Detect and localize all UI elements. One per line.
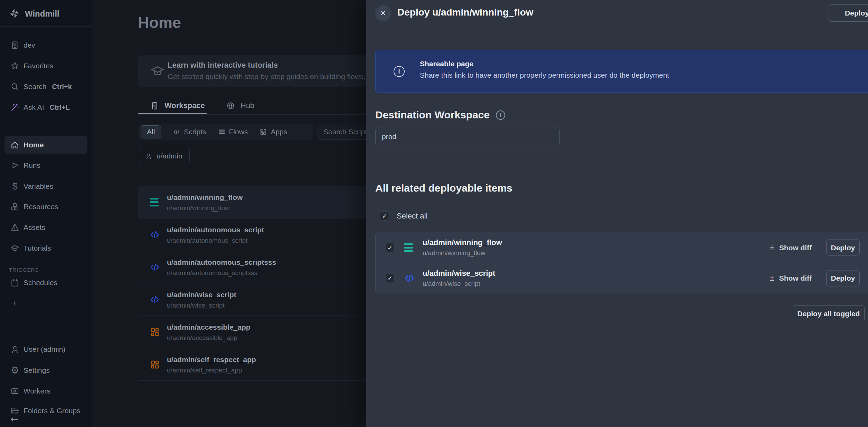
deployable-item-row: u/admin/winning_flow u/admin/winning_flo… (376, 232, 868, 263)
sidebar-item-workers[interactable]: Workers (0, 381, 92, 401)
cubes-icon (10, 202, 19, 211)
tutorials-banner-title: Learn with interactive tutorials (168, 61, 278, 70)
deploy-all-button[interactable]: Deploy All (829, 4, 868, 22)
sidebar-item-workspace-dev[interactable]: dev (0, 35, 92, 56)
script-code-icon (150, 262, 160, 272)
type-filter-bar: All Scripts Flows (138, 124, 313, 140)
app-title: Windmill (25, 9, 59, 19)
item-checkbox[interactable] (385, 243, 395, 252)
sidebar-item-runs[interactable]: Runs (0, 155, 92, 176)
deploy-item-button[interactable]: Deploy (826, 270, 860, 286)
tab-hub[interactable]: Hub (226, 98, 254, 114)
app-grid-icon (150, 327, 160, 337)
script-code-icon (150, 230, 160, 240)
sidebar-item-label: Workers (23, 387, 50, 395)
shortcut-badge: Ctrl+L (50, 104, 70, 111)
sidebar-item-assets[interactable]: Assets (0, 217, 92, 238)
app-logo-row[interactable]: Windmill (0, 0, 92, 27)
sidebar-item-label: dev (23, 41, 35, 49)
home-icon (10, 140, 19, 149)
workers-icon (10, 387, 19, 396)
sidebar-item-label: Variables (23, 182, 53, 191)
deployable-items-heading: All related deployable items (375, 182, 512, 194)
page-title: Home (138, 14, 181, 32)
graduation-cap-icon (150, 64, 165, 78)
pyramid-icon (10, 223, 19, 232)
sidebar-item-search[interactable]: SearchCtrl+k (0, 76, 92, 97)
item-name: u/admin/winning_flow (423, 238, 502, 247)
tab-workspace[interactable]: Workspace (150, 98, 205, 114)
drawer-title: Deploy u/admin/winning_flow (397, 7, 534, 18)
play-icon (10, 161, 19, 170)
sidebar-item-label: Home (23, 141, 44, 149)
deployable-items-list: u/admin/winning_flow u/admin/winning_flo… (375, 232, 868, 293)
calendar-icon (10, 278, 19, 287)
filter-scripts[interactable]: Scripts (173, 128, 206, 136)
windmill-logo-icon (9, 8, 20, 19)
show-diff-button[interactable]: Show diff (770, 273, 812, 283)
sidebar-item-home[interactable]: Home (4, 136, 87, 154)
collapse-sidebar-arrow-icon[interactable] (10, 414, 18, 425)
show-diff-button[interactable]: Show diff (770, 243, 812, 252)
tab-label: Workspace (164, 101, 205, 110)
plus-icon (10, 299, 19, 308)
item-name: u/admin/self_respect_app (167, 356, 256, 364)
item-path: u/admin/wise_script (167, 302, 225, 309)
sidebar-item-favorites[interactable]: Favorites (0, 56, 92, 76)
item-path: u/admin/winning_flow (167, 204, 230, 212)
owner-filter-chip[interactable]: u/admin (138, 148, 190, 164)
dollar-icon (10, 182, 19, 191)
sidebar-add-button[interactable] (0, 293, 92, 313)
select-all-label: Select all (397, 212, 427, 221)
drawer-header: Deploy u/admin/winning_flow Deploy All (366, 0, 868, 26)
search-icon (10, 82, 19, 91)
sidebar-item-variables[interactable]: Variables (0, 176, 92, 197)
item-path: u/admin/autonomous_scriptsss (167, 269, 257, 277)
item-name: u/admin/wise_script (167, 291, 236, 299)
sidebar-item-label: Resources (23, 203, 58, 211)
plus-minus-icon (770, 273, 774, 283)
sidebar-item-label: Tutorials (23, 244, 51, 252)
banner-title: Shareable page (420, 60, 473, 68)
deploy-all-toggled-button[interactable]: Deploy all toggled (793, 305, 865, 322)
flow-lines-icon (218, 128, 226, 136)
sidebar-item-ask-ai[interactable]: Ask AICtrl+L (0, 97, 92, 118)
app-grid-icon (150, 359, 160, 370)
sidebar-item-tutorials[interactable]: Tutorials (0, 238, 92, 259)
filter-all[interactable]: All (141, 125, 161, 138)
item-name: u/admin/winning_flow (167, 193, 243, 202)
building-icon (10, 41, 19, 50)
sidebar-item-user[interactable]: User (admin) (0, 340, 92, 359)
close-button[interactable] (375, 5, 391, 21)
script-code-icon (404, 273, 415, 284)
sidebar-item-resources[interactable]: Resources (0, 196, 92, 217)
item-checkbox[interactable] (385, 273, 395, 283)
filter-flows[interactable]: Flows (218, 128, 248, 136)
star-icon (10, 61, 19, 70)
filter-label: Flows (229, 128, 248, 136)
building-icon (150, 101, 159, 110)
shortcut-badge: Ctrl+k (52, 83, 72, 90)
item-name: u/admin/wise_script (423, 269, 495, 278)
info-icon[interactable] (496, 110, 505, 120)
graduation-cap-icon (10, 244, 19, 253)
script-code-icon (150, 294, 160, 305)
user-icon (145, 153, 152, 160)
triggers-section-label: TRIGGERS (9, 267, 39, 273)
close-icon (380, 9, 386, 17)
destination-workspace-input[interactable] (375, 127, 560, 146)
sidebar-item-schedules[interactable]: Schedules (0, 272, 92, 293)
shareable-page-banner: Shareable page Share this link to have a… (375, 50, 868, 93)
flow-icon (404, 242, 415, 253)
select-all-checkbox[interactable] (380, 211, 389, 221)
sidebar-item-label: Settings (23, 366, 50, 375)
filter-label: Scripts (184, 128, 206, 136)
item-path: u/admin/self_respect_app (167, 367, 242, 374)
grid-icon (260, 128, 267, 136)
user-icon (10, 345, 19, 354)
sidebar-item-settings[interactable]: Settings (0, 361, 92, 380)
filter-apps[interactable]: Apps (260, 128, 287, 136)
tutorials-banner-subtitle: Get started quickly with step-by-step gu… (168, 72, 390, 81)
sidebar-item-label: Schedules (23, 279, 57, 287)
deploy-item-button[interactable]: Deploy (826, 240, 860, 256)
